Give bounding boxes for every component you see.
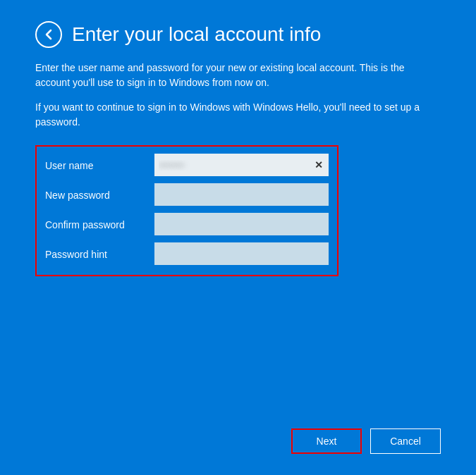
password-hint-input-wrapper [154, 242, 329, 265]
new-password-input-wrapper [154, 183, 329, 206]
confirm-password-row: Confirm password [45, 213, 329, 235]
back-icon [43, 29, 54, 40]
password-hint-label: Password hint [45, 247, 154, 260]
confirm-password-label: Confirm password [45, 218, 154, 230]
new-password-input[interactable] [154, 183, 329, 206]
confirm-password-input-wrapper [154, 213, 329, 235]
username-input-wrapper: ✕ [154, 154, 329, 176]
cancel-button[interactable]: Cancel [370, 428, 441, 454]
new-password-row: New password [45, 183, 329, 206]
username-label: User name [45, 159, 154, 171]
clear-username-button[interactable]: ✕ [312, 159, 326, 171]
form-section: User name ✕ New password Confirm passwor… [35, 145, 338, 276]
back-button[interactable] [35, 21, 62, 48]
page-title: Enter your local account info [72, 23, 321, 47]
next-button[interactable]: Next [291, 428, 362, 454]
buttons-row: Next Cancel [35, 414, 441, 454]
new-password-label: New password [45, 188, 154, 201]
password-hint-input[interactable] [154, 242, 329, 265]
username-input[interactable] [154, 154, 329, 176]
description-1: Enter the user name and password for you… [35, 61, 441, 90]
password-hint-row: Password hint [45, 242, 329, 265]
page-container: Enter your local account info Enter the … [0, 0, 476, 475]
username-row: User name ✕ [45, 154, 329, 176]
description-2: If you want to continue to sign in to Wi… [35, 100, 441, 130]
confirm-password-input[interactable] [154, 213, 329, 235]
header: Enter your local account info [35, 21, 441, 48]
